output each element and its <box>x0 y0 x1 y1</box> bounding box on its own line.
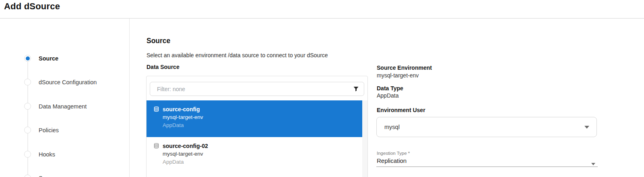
step-dsource-configuration[interactable]: dSource Configuration <box>0 78 129 86</box>
data-source-listbox: source-config mysql-target-env AppData s… <box>146 76 368 177</box>
source-environment-label: Source Environment <box>377 65 432 71</box>
step-circle-icon <box>24 127 31 133</box>
data-source-item-environment: mysql-target-env <box>163 113 203 121</box>
data-source-item-type: AppData <box>163 158 208 166</box>
database-icon <box>153 106 159 112</box>
data-source-item-texts: source-config mysql-target-env AppData <box>163 106 203 137</box>
data-source-item[interactable]: source-config-02 mysql-target-env AppDat… <box>147 137 362 174</box>
data-type-value: AppData <box>377 92 398 99</box>
data-source-rows: source-config mysql-target-env AppData s… <box>147 100 362 174</box>
step-label: dSource Configuration <box>39 78 97 86</box>
step-label: Source <box>39 54 58 62</box>
data-source-item-title: source-config <box>163 106 203 113</box>
step-policies[interactable]: Policies <box>0 126 129 134</box>
ingestion-type-label: Ingestion Type * <box>377 151 410 156</box>
environment-user-select[interactable]: mysql <box>376 117 597 137</box>
funnel-icon[interactable] <box>353 86 359 92</box>
step-label: Summary <box>39 174 64 177</box>
data-source-item-type: AppData <box>163 121 203 129</box>
step-circle-icon <box>24 103 31 110</box>
environment-user-selected-value: mysql <box>384 124 584 130</box>
data-source-item-selected[interactable]: source-config mysql-target-env AppData <box>147 100 362 137</box>
step-circle-icon <box>24 175 31 177</box>
ingestion-type-underline <box>376 167 598 167</box>
step-circle-icon <box>24 151 31 158</box>
listbox-scrollbar[interactable] <box>362 100 367 177</box>
database-icon <box>153 143 159 149</box>
page-title: Add dSource <box>4 1 60 12</box>
data-source-item-texts: source-config-02 mysql-target-env AppDat… <box>163 142 208 174</box>
filter-input[interactable] <box>157 86 353 92</box>
source-environment-value: mysql-target-env <box>377 72 419 79</box>
filter-field[interactable] <box>150 82 364 96</box>
step-hooks[interactable]: Hooks <box>0 150 129 158</box>
step-circle-icon <box>24 79 31 85</box>
data-source-item-environment: mysql-target-env <box>163 150 208 158</box>
chevron-down-icon[interactable] <box>591 163 595 165</box>
step-active-dot-icon <box>24 55 31 62</box>
step-label: Data Management <box>39 102 87 110</box>
step-source[interactable]: Source <box>0 54 129 62</box>
chevron-down-icon <box>584 126 589 129</box>
step-label: Policies <box>39 126 59 134</box>
environment-user-label: Environment User <box>377 107 425 113</box>
data-type-label: Data Type <box>377 85 403 92</box>
step-data-management[interactable]: Data Management <box>0 102 129 110</box>
step-label: Hooks <box>39 150 55 158</box>
data-source-label: Data Source <box>147 64 180 70</box>
wizard-stepper: Source dSource Configuration Data Manage… <box>0 19 130 177</box>
stepper-connector-line <box>27 58 28 177</box>
step-summary[interactable]: Summary <box>0 174 129 177</box>
section-subtitle: Select an available environment /data so… <box>147 52 328 58</box>
add-dsource-wizard: Add dSource Source dSource Configuration… <box>0 0 644 177</box>
data-source-item-title: source-config-02 <box>163 142 208 150</box>
section-heading: Source <box>147 37 170 45</box>
ingestion-type-selected-value[interactable]: Replication <box>377 157 407 164</box>
